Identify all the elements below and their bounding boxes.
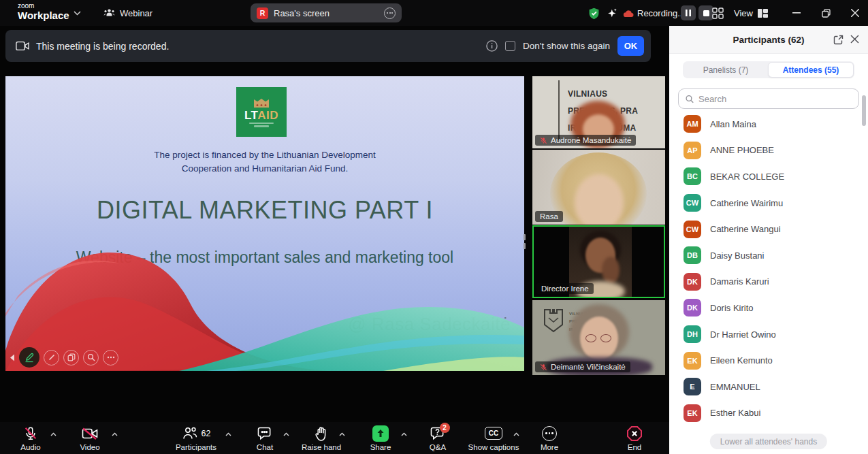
- close-panel-icon[interactable]: [850, 35, 859, 44]
- participants-title: Participants (62): [733, 35, 804, 45]
- draw-pencil-button[interactable]: [19, 347, 39, 368]
- recording-camera-icon: [16, 41, 29, 51]
- ok-button[interactable]: OK: [617, 36, 644, 56]
- muted-mic-icon: [23, 425, 38, 441]
- chat-chevron-icon[interactable]: [281, 430, 291, 438]
- meeting-toolbar: Audio Video 62 Participants Chat Raise h…: [0, 422, 669, 454]
- list-item[interactable]: AM Allan Maina: [669, 111, 868, 137]
- zoom-workplace-logo: zoom Workplace: [18, 3, 69, 20]
- list-item[interactable]: DK Doris Kirito: [669, 295, 868, 321]
- raise-hand-chevron-icon[interactable]: [337, 430, 347, 438]
- glasses-visual: [585, 334, 611, 342]
- resize-handle[interactable]: [524, 234, 526, 249]
- brand-chevron-down-icon[interactable]: [74, 0, 81, 26]
- apps-grid-icon[interactable]: [712, 0, 724, 26]
- share-button[interactable]: Share: [350, 425, 411, 451]
- minimize-button[interactable]: [786, 0, 807, 26]
- qa-button[interactable]: 2 Q&A: [407, 425, 468, 451]
- video-button[interactable]: Video: [59, 425, 120, 451]
- collapse-arrow-icon[interactable]: [10, 354, 15, 361]
- video-tile-deimante[interactable]: VILNIAU PREKY IR AM Deimantė Vilčinskait…: [532, 300, 665, 375]
- webinar-people-icon: [103, 8, 115, 18]
- annotation-toolbar: [10, 347, 118, 368]
- screen-share-initial: R: [257, 7, 268, 19]
- list-item[interactable]: EK Eileen Kemunto: [669, 347, 868, 374]
- screen-tab-more-icon[interactable]: [384, 7, 396, 19]
- avatar: AP: [684, 142, 701, 159]
- shared-screen-slide: LTAID The project is financed by the Lit…: [5, 76, 524, 371]
- participants-panel: Participants (62) Panelists (7) Attendee…: [669, 26, 868, 454]
- video-tile-rasa[interactable]: Rasa: [532, 150, 665, 225]
- pen-tool-icon[interactable]: [44, 350, 59, 366]
- backdrop-banner-pole: [558, 80, 560, 140]
- participants-tabs: Panelists (7) Attendees (55): [683, 61, 854, 78]
- restore-button[interactable]: [816, 0, 836, 26]
- participants-button[interactable]: 62 Participants: [165, 425, 227, 451]
- raise-hand-icon: [315, 425, 328, 441]
- popout-icon[interactable]: [833, 35, 843, 45]
- avatar: BC: [684, 167, 701, 185]
- more-button[interactable]: More: [519, 425, 580, 451]
- avatar: DK: [684, 299, 701, 317]
- lower-all-hands-button[interactable]: Lower all attendees' hands: [710, 434, 827, 449]
- close-window-icon[interactable]: [845, 0, 865, 26]
- raise-hand-button[interactable]: Raise hand: [291, 425, 352, 451]
- zoom-magnifier-icon[interactable]: [83, 350, 99, 366]
- audio-chevron-icon[interactable]: [48, 430, 58, 438]
- slide-title: DIGITAL MARKETING PART I: [5, 196, 524, 225]
- zoom-window: { "titlebar": { "brand_top": "zoom", "br…: [0, 0, 868, 454]
- muted-mic-icon: [540, 137, 547, 144]
- panel-scrollbar[interactable]: [862, 95, 866, 126]
- avatar: DK: [684, 273, 701, 291]
- avatar: CW: [684, 194, 701, 212]
- view-layout-icon: [758, 9, 768, 18]
- qa-badge: 2: [440, 423, 450, 433]
- tab-webinar[interactable]: Webinar: [103, 0, 152, 26]
- list-item[interactable]: CW Catherine Wangui: [669, 216, 868, 242]
- video-name-label: Rasa: [535, 211, 563, 222]
- avatar: DH: [684, 325, 701, 343]
- dont-show-again-label[interactable]: Don't show this again: [523, 41, 610, 51]
- view-button[interactable]: View: [734, 0, 768, 26]
- end-button[interactable]: End: [604, 425, 665, 451]
- list-item[interactable]: DB Daisy Bustani: [669, 242, 868, 269]
- video-chevron-icon[interactable]: [110, 430, 119, 438]
- avatar: E: [684, 378, 701, 395]
- webinar-tab-label: Webinar: [120, 8, 152, 18]
- attendee-list: AM Allan Maina AP ANNE PHOEBE BC BEKAR C…: [669, 111, 868, 426]
- video-name-label: Audronė Masandukaitė: [535, 135, 636, 146]
- list-item[interactable]: DK Damaris Karuri: [669, 269, 868, 295]
- list-item[interactable]: AP ANNE PHOEBE: [669, 137, 868, 164]
- list-item[interactable]: EK Esther Kabui: [669, 400, 868, 427]
- video-tile-director-irene[interactable]: Director Irene: [532, 225, 665, 298]
- screen-tab-label: Rasa's screen: [274, 8, 329, 18]
- video-tile-audrone[interactable]: VILNIAUS PREKYBOS, PRA IR AMATŲ RŪMA Aud…: [532, 76, 665, 148]
- dont-show-again-checkbox[interactable]: [505, 41, 515, 51]
- participant-video-visual: [602, 257, 620, 284]
- search-input[interactable]: [698, 94, 852, 104]
- ltaid-wordmark: LTAID: [244, 110, 278, 121]
- list-item[interactable]: CW Catherine Wairimu: [669, 190, 868, 216]
- audio-button[interactable]: Audio: [0, 425, 61, 451]
- chat-button[interactable]: Chat: [234, 425, 295, 451]
- security-shield-icon[interactable]: [588, 0, 600, 26]
- more-tools-icon[interactable]: [103, 350, 118, 366]
- list-item[interactable]: BC BEKAR COLLEGE: [669, 163, 868, 190]
- tab-panelists[interactable]: Panelists (7): [684, 62, 768, 78]
- show-captions-button[interactable]: CC Show captions: [463, 425, 524, 451]
- list-item[interactable]: DH Dr Harriet Owino: [669, 321, 868, 348]
- tab-attendees[interactable]: Attendees (55): [768, 62, 854, 78]
- copy-tool-icon[interactable]: [63, 350, 79, 366]
- participant-name: Catherine Wangui: [710, 224, 781, 234]
- tab-rasas-screen[interactable]: R Rasa's screen: [251, 3, 402, 22]
- participant-name: Daisy Bustani: [710, 250, 764, 261]
- info-icon[interactable]: [486, 40, 498, 52]
- recording-pause-button[interactable]: [681, 0, 696, 26]
- avatar: EK: [684, 404, 701, 422]
- participants-chevron-icon[interactable]: [223, 430, 233, 438]
- titlebar: zoom Workplace Webinar R Rasa's screen R…: [0, 0, 868, 26]
- recording-stop-button[interactable]: [698, 0, 713, 26]
- end-meeting-icon: [626, 425, 643, 441]
- list-item[interactable]: E EMMANUEL: [669, 374, 868, 400]
- ai-companion-sparkle-icon[interactable]: [607, 0, 618, 26]
